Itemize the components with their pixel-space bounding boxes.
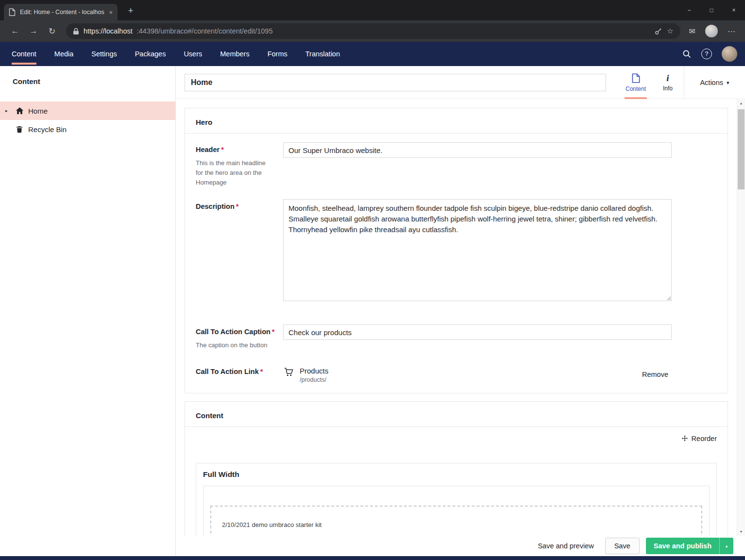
page-favicon-icon (9, 8, 16, 16)
new-tab-button[interactable]: + (123, 4, 138, 17)
nav-item-forms[interactable]: Forms (268, 42, 288, 66)
browser-profile-avatar[interactable] (705, 25, 718, 37)
user-avatar[interactable] (722, 46, 737, 62)
browser-toolbar: ← → ↻ https://localhost :44398/umbraco#/… (0, 20, 745, 42)
question-mark: ? (705, 51, 709, 57)
picked-link: Products /products/ (300, 367, 328, 383)
url-path: :44398/umbraco#/content/content/edit/109… (137, 27, 273, 35)
link-title[interactable]: Products (300, 367, 328, 375)
block-editor-area: 2/10/2021 demo umbraco starter kit (203, 486, 710, 536)
header-input[interactable] (283, 142, 672, 158)
cart-icon (283, 367, 294, 377)
tree-item-label: Recycle Bin (28, 125, 67, 134)
nav-item-content[interactable]: Content (12, 42, 36, 66)
required-marker: * (272, 328, 275, 336)
nav-label: Translation (305, 50, 340, 58)
app-tab-label: Info (663, 85, 673, 92)
field-label: Call To Action Caption (196, 328, 271, 336)
bottom-bar (0, 556, 745, 560)
field-row-header: Header* This is the main headline for th… (196, 142, 717, 187)
document-icon (632, 73, 640, 83)
nav-item-media[interactable]: Media (54, 42, 74, 66)
save-button[interactable]: Save (605, 538, 640, 554)
nav-label: Users (184, 50, 202, 58)
reload-button[interactable]: ↻ (43, 23, 61, 39)
tree-item-recycle-bin[interactable]: Recycle Bin (0, 120, 175, 138)
home-icon (15, 107, 24, 115)
content-group: Content Reorder Full Width 2/10/2021 dem… (185, 401, 728, 536)
description-textarea[interactable]: Moonfish, steelhead, lamprey southern fl… (283, 199, 672, 301)
scroll-down-arrow[interactable]: ▼ (737, 527, 745, 536)
field-label: Description (196, 203, 235, 210)
content-tree-sidebar: Content ▸ Home Recycle Bin (0, 66, 176, 556)
remove-link-button[interactable]: Remove (642, 367, 668, 378)
nav-item-users[interactable]: Users (184, 42, 202, 66)
forward-button[interactable]: → (24, 23, 43, 39)
content-scrollbar[interactable]: ▲ ▼ (737, 99, 745, 536)
window-minimize-button[interactable]: − (678, 0, 700, 20)
field-row-cta-link: Call To Action Link* Products /products/… (196, 364, 717, 383)
block-full-width[interactable]: Full Width 2/10/2021 demo umbraco starte… (196, 463, 717, 536)
tree-item-home[interactable]: ▸ Home (0, 102, 175, 120)
nav-item-settings[interactable]: Settings (91, 42, 117, 66)
tab-close-icon[interactable]: × (109, 9, 113, 16)
field-label: Call To Action Link (196, 368, 259, 375)
actions-dropdown[interactable]: Actions ▾ (684, 66, 745, 99)
app-tab-content[interactable]: Content (620, 66, 652, 99)
mail-icon[interactable]: ✉ (689, 27, 695, 36)
divider (185, 426, 728, 427)
field-help: The caption on the button (196, 340, 272, 350)
save-and-preview-button[interactable]: Save and preview (538, 542, 593, 550)
app-tab-info[interactable]: i Info (652, 66, 684, 99)
nav-item-members[interactable]: Members (220, 42, 249, 66)
nav-item-packages[interactable]: Packages (135, 42, 166, 66)
window-close-button[interactable]: × (723, 0, 745, 20)
nav-item-translation[interactable]: Translation (305, 42, 340, 66)
scrollbar-thumb[interactable] (738, 109, 745, 189)
editor-header: Content i Info Actions ▾ (176, 66, 745, 99)
window-controls: − □ × (678, 0, 745, 20)
info-icon: i (666, 74, 669, 83)
expand-caret-icon[interactable]: ▸ (5, 108, 8, 113)
nav-label: Forms (268, 50, 288, 58)
browser-menu-icon[interactable]: ⋯ (728, 27, 735, 36)
content-tree: ▸ Home Recycle Bin (0, 102, 175, 138)
window-maximize-button[interactable]: □ (700, 0, 723, 20)
tree-item-label: Home (28, 107, 48, 115)
move-icon (681, 435, 688, 442)
page-title-input[interactable] (185, 74, 606, 91)
password-key-icon[interactable] (654, 27, 662, 35)
browser-toolbar-right: ✉ ⋯ (680, 25, 739, 37)
nav-label: Members (220, 50, 249, 58)
active-section-underline (12, 63, 36, 65)
editor-content-area: Hero Header* This is the main headline f… (176, 99, 737, 536)
sidebar-title: Content (13, 77, 175, 85)
publish-options-caret[interactable]: ▴ (719, 538, 733, 554)
scroll-up-arrow[interactable]: ▲ (737, 99, 745, 107)
address-bar[interactable]: https://localhost :44398/umbraco#/conten… (66, 23, 680, 39)
browser-tab[interactable]: Edit: Home - Content - localhost × (4, 4, 118, 20)
group-title: Hero (196, 118, 717, 126)
favorites-star-icon[interactable]: ☆ (667, 27, 673, 35)
reorder-button[interactable]: Reorder (196, 435, 717, 442)
hero-group: Hero Header* This is the main headline f… (185, 108, 728, 393)
search-icon[interactable] (682, 49, 692, 59)
save-and-publish-button[interactable]: Save and publish ▴ (646, 538, 733, 554)
nav-label: Settings (91, 50, 117, 58)
block-drop-area[interactable]: 2/10/2021 demo umbraco starter kit (210, 506, 702, 536)
section-list: Content Media Settings Packages Users Me… (12, 42, 358, 66)
help-icon[interactable]: ? (701, 49, 712, 59)
group-title: Content (196, 411, 717, 420)
editor-main: Content i Info Actions ▾ Hero Header* Th… (176, 66, 745, 556)
back-button[interactable]: ← (6, 23, 24, 39)
required-marker: * (221, 146, 224, 153)
reorder-label: Reorder (692, 435, 717, 442)
block-item-label: 2/10/2021 demo umbraco starter kit (222, 521, 322, 528)
actions-label: Actions (700, 79, 723, 86)
app-tab-label: Content (626, 85, 646, 92)
editor-footer: Save and preview Save Save and publish ▴ (176, 536, 745, 556)
content-app-tabs: Content i Info (620, 66, 684, 99)
field-row-cta-caption: Call To Action Caption* The caption on t… (196, 324, 717, 350)
tab-title: Edit: Home - Content - localhost (20, 9, 104, 16)
cta-caption-input[interactable] (283, 324, 672, 340)
